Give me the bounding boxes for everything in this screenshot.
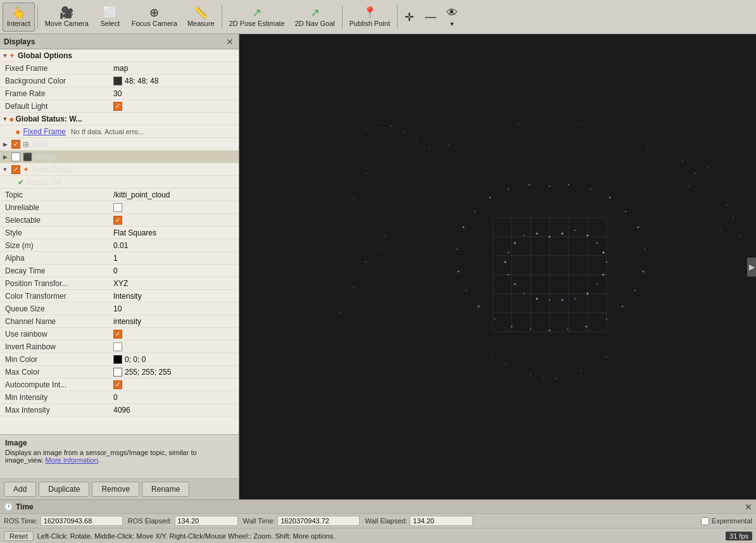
pointcloud2-item[interactable]: ▼ ✦ PointCloud2 <box>0 163 239 176</box>
ros-elapsed-label: ROS Elapsed: <box>128 517 172 525</box>
svg-point-58 <box>508 189 509 190</box>
decay-time-row[interactable]: Decay Time 0 <box>0 265 239 277</box>
reset-button[interactable]: Reset <box>4 531 34 541</box>
topic-row[interactable]: Topic /kitti_point_cloud <box>0 189 239 201</box>
style-row[interactable]: Style Flat Squares <box>0 227 239 239</box>
2d-pose-button[interactable]: ↗ 2D Pose Estimate <box>225 3 289 32</box>
default-light-checkbox[interactable] <box>113 102 122 111</box>
selectable-checkbox[interactable] <box>113 216 122 225</box>
experimental-checkbox[interactable] <box>701 517 709 525</box>
eye-button[interactable]: 👁 ▼ <box>442 3 462 32</box>
color-transformer-row[interactable]: Color Transformer Intensity <box>0 290 239 303</box>
2d-nav-button[interactable]: ↗ 2D Nav Goal <box>291 3 339 32</box>
ros-time-input[interactable] <box>41 516 123 526</box>
channel-name-row[interactable]: Channel Name intensity <box>0 315 239 328</box>
fixed-frame-row[interactable]: Fixed Frame map <box>0 62 239 75</box>
global-options-item[interactable]: ▼ ✦ Global Options <box>0 49 239 62</box>
grid-expand[interactable]: ▶ <box>1 140 9 148</box>
wall-elapsed-input[interactable] <box>410 516 473 526</box>
size-row[interactable]: Size (m) 0.01 <box>0 239 239 252</box>
focus-camera-button[interactable]: ⊕ Focus Camera <box>127 3 182 32</box>
image-expand[interactable]: ▶ <box>1 153 9 161</box>
selectable-row[interactable]: Selectable <box>0 214 239 227</box>
svg-point-115 <box>647 146 648 147</box>
background-color-row[interactable]: Background Color 48; 48; 48 <box>0 75 239 87</box>
pointcloud2-checkbox[interactable] <box>11 165 20 174</box>
svg-point-51 <box>478 306 480 308</box>
min-intensity-row[interactable]: Min Intensity 0 <box>0 391 239 404</box>
background-color-swatch[interactable] <box>113 77 122 85</box>
separator-3 <box>342 6 343 28</box>
interact-button[interactable]: 👆 Interact <box>3 3 35 32</box>
min-color-swatch[interactable] <box>113 355 122 364</box>
invert-rainbow-row[interactable]: Invert Rainbow <box>0 340 239 353</box>
fixed-frame-status-item[interactable]: ● Fixed Frame No tf data. Actual erro... <box>0 125 239 138</box>
autocompute-row[interactable]: Autocompute Int... <box>0 378 239 391</box>
crosshair-icon: ✛ <box>405 10 414 24</box>
svg-point-34 <box>549 185 550 187</box>
fps-badge: 31 fps <box>726 532 752 540</box>
unreliable-row[interactable]: Unreliable <box>0 201 239 214</box>
wall-time-input[interactable] <box>277 516 360 526</box>
position-transformer-row[interactable]: Position Transfor... XYZ <box>0 277 239 290</box>
publish-point-button[interactable]: 📍 Publish Point <box>345 3 394 32</box>
3d-viewport[interactable]: ▶ <box>239 34 756 499</box>
svg-point-16 <box>596 242 598 244</box>
max-intensity-row[interactable]: Max Intensity 4096 <box>0 404 239 416</box>
svg-point-67 <box>720 230 721 231</box>
measure-button[interactable]: 📏 Measure <box>183 3 219 32</box>
svg-point-81 <box>429 147 430 149</box>
info-description: Displays an image from a sensor_msgs/Ima… <box>5 449 234 464</box>
experimental-label: Experimental <box>712 517 752 525</box>
tree-panel[interactable]: ▼ ✦ Global Options Fixed Frame map Backg… <box>0 49 239 434</box>
image-checkbox[interactable] <box>11 153 20 161</box>
default-light-row[interactable]: Default Light <box>0 100 239 113</box>
remove-button[interactable]: Remove <box>92 482 139 497</box>
max-color-swatch[interactable] <box>113 368 122 377</box>
global-status-item[interactable]: ▼ ● Global Status: W... <box>0 113 239 125</box>
decay-time-label: Decay Time <box>0 266 111 276</box>
duplicate-button[interactable]: Duplicate <box>39 482 89 497</box>
select-button[interactable]: ⬜ Select <box>94 3 126 32</box>
image-item[interactable]: ▶ ⬛ Image <box>0 151 239 163</box>
global-options-expand[interactable]: ▼ <box>1 52 9 59</box>
global-status-expand[interactable]: ▼ <box>1 115 9 123</box>
grid-checkbox[interactable] <box>11 140 20 149</box>
viewport-right-arrow[interactable]: ▶ <box>747 258 756 277</box>
default-light-label: Default Light <box>0 101 111 111</box>
alpha-row[interactable]: Alpha 1 <box>0 252 239 265</box>
min-color-row[interactable]: Min Color 0; 0; 0 <box>0 353 239 366</box>
invert-rainbow-checkbox[interactable] <box>113 342 122 351</box>
grid-item[interactable]: ▶ ⊞ Grid <box>0 138 239 151</box>
rename-button[interactable]: Rename <box>142 482 189 497</box>
pointcloud2-expand[interactable]: ▼ <box>1 166 9 173</box>
frame-rate-row[interactable]: Frame Rate 30 <box>0 87 239 100</box>
autocompute-label: Autocompute Int... <box>0 380 111 390</box>
crosshair-button[interactable]: ✛ <box>400 3 419 32</box>
max-color-label: Max Color <box>0 367 111 377</box>
queue-size-row[interactable]: Queue Size 10 <box>0 303 239 315</box>
svg-point-100 <box>340 312 341 313</box>
unreliable-value <box>111 203 239 213</box>
use-rainbow-row[interactable]: Use rainbow <box>0 328 239 340</box>
time-expand-button[interactable]: ✕ <box>745 502 752 512</box>
unreliable-label: Unreliable <box>0 203 111 213</box>
svg-point-61 <box>695 173 696 174</box>
svg-point-19 <box>603 274 605 276</box>
svg-point-90 <box>353 198 354 199</box>
svg-point-113 <box>581 123 582 125</box>
add-button[interactable]: Add <box>4 482 36 497</box>
more-information-link[interactable]: More Information <box>46 456 98 464</box>
status-ok-icon: ✔ <box>18 178 24 187</box>
svg-point-52 <box>465 290 467 291</box>
use-rainbow-checkbox[interactable] <box>113 330 122 339</box>
move-camera-button[interactable]: 🎥 Move Camera <box>41 3 93 32</box>
unreliable-checkbox[interactable] <box>113 203 122 212</box>
ros-elapsed-input[interactable] <box>175 516 238 526</box>
min-intensity-label: Min Intensity <box>0 392 111 403</box>
minus-button[interactable]: — <box>420 3 441 32</box>
measure-label: Measure <box>187 20 215 27</box>
max-color-row[interactable]: Max Color 255; 255; 255 <box>0 366 239 378</box>
autocompute-checkbox[interactable] <box>113 380 122 389</box>
displays-close-button[interactable]: ✕ <box>225 37 235 47</box>
